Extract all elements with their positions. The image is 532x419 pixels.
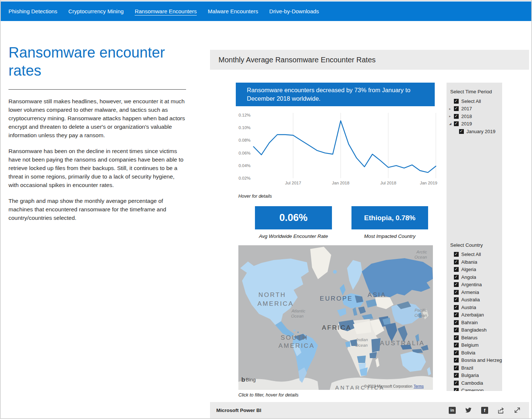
checkbox-checked[interactable] — [454, 343, 459, 347]
map-region-caribbean[interactable] — [297, 332, 299, 333]
filter-item-select-all[interactable]: Select All — [447, 251, 502, 259]
filter-item-cambodia[interactable]: Cambodia — [447, 379, 502, 387]
filter-item-bahrain[interactable]: Bahrain — [447, 319, 502, 326]
checkbox-checked[interactable] — [454, 297, 459, 302]
filter-item-angola[interactable]: Angola — [447, 273, 502, 281]
nav-tab-cryptocurrency-mining[interactable]: Cryptocurrency Mining — [69, 8, 124, 14]
filter-item-argentina[interactable]: Argentina — [447, 281, 502, 289]
map-copyright: © 2019 Microsoft Corporation — [364, 384, 412, 388]
checkbox-checked[interactable] — [454, 267, 459, 272]
checkbox-checked[interactable] — [454, 121, 459, 126]
insight-banner-text: Ransomware encounters decreased by 73% f… — [247, 86, 420, 103]
checkbox-checked[interactable] — [459, 129, 464, 134]
filter-item-cameroon[interactable]: Cameroon — [447, 387, 502, 391]
checkbox-checked[interactable] — [454, 282, 459, 287]
filter-item-label: Select All — [461, 252, 481, 257]
encounter-rate-line-chart[interactable]: Jul 2017Jan 2018Jul 2018Jan 20190.12%0.1… — [237, 111, 437, 189]
filter-item-armenia[interactable]: Armenia — [447, 288, 502, 296]
checkbox-checked[interactable] — [454, 252, 459, 257]
intro-column: Ransomware encounter rates Ransomware st… — [8, 44, 186, 222]
svg-text:0.10%: 0.10% — [238, 125, 251, 130]
filter-item-label: Bosnia and Herzeg — [461, 357, 502, 363]
filter-item-2018[interactable]: ▸2018 — [447, 112, 502, 120]
kpi-most-impacted-country: Ethiopia, 0.78% — [351, 206, 428, 229]
svg-text:0.02%: 0.02% — [238, 176, 251, 180]
filter-item-algeria[interactable]: Algeria — [447, 266, 502, 274]
filter-item-label: 2018 — [461, 114, 472, 119]
filter-item-brazil[interactable]: Brazil — [447, 364, 502, 372]
share-icon[interactable] — [497, 406, 505, 414]
map-region-angola[interactable] — [357, 356, 366, 363]
checkbox-checked[interactable] — [454, 320, 459, 325]
chart-hover-hint: Hover for details — [238, 194, 272, 199]
checkbox-checked[interactable] — [454, 106, 459, 111]
checkbox-checked[interactable] — [454, 275, 459, 280]
filter-item-january-2019[interactable]: January 2019 — [447, 128, 502, 135]
filter-item-select-all[interactable]: Select All — [447, 97, 502, 105]
map-label-australia: AUSTRALIA — [380, 340, 424, 347]
checkbox-checked[interactable] — [454, 114, 459, 119]
kpi-label: Avg Worldwide Encounter Rate — [255, 233, 332, 239]
checkbox-checked[interactable] — [454, 350, 459, 355]
map-region-caribbean[interactable] — [294, 330, 295, 332]
intro-paragraph: Ransomware has been on the decline in re… — [8, 147, 186, 189]
filter-item-azerbaijan[interactable]: Azerbaijan — [447, 311, 502, 319]
filter-item-albania[interactable]: Albania — [447, 258, 502, 266]
checkbox-checked[interactable] — [454, 335, 459, 340]
map-click-hint: Click to filter, hover for details — [238, 392, 298, 398]
filter-item-belgium[interactable]: Belgium — [447, 342, 502, 349]
filter-panel: Select Time Period Select All▸2017▸2018◢… — [447, 83, 502, 391]
expand-icon[interactable]: ▸ — [449, 107, 454, 111]
nav-tab-drive-by-downloads[interactable]: Drive-by-Downloads — [269, 8, 319, 14]
dashboard-page: Phishing DetectionsCryptocurrency Mining… — [0, 0, 532, 419]
map-label-arctic-ocean: Ocean — [414, 255, 427, 259]
bing-logo-icon: b — [241, 376, 245, 383]
intro-paragraph: Ransomware still makes headlines, howeve… — [8, 97, 186, 139]
checkbox-checked[interactable] — [454, 305, 459, 310]
checkbox-checked[interactable] — [454, 99, 459, 104]
map-terms-link[interactable]: Terms — [414, 384, 424, 388]
checkbox-checked[interactable] — [454, 381, 459, 385]
linkedin-icon[interactable]: in — [449, 407, 456, 414]
nav-tab-ransomware-encounters[interactable]: Ransomware Encounters — [135, 8, 197, 14]
filter-item-bangladesh[interactable]: Bangladesh — [447, 326, 502, 334]
checkbox-checked[interactable] — [454, 373, 459, 378]
filter-item-bolivia[interactable]: Bolivia — [447, 349, 502, 357]
line-chart-svg[interactable]: Jul 2017Jan 2018Jul 2018Jan 20190.12%0.1… — [237, 111, 437, 189]
facebook-icon[interactable]: f — [481, 407, 488, 414]
nav-tab-phishing-detections[interactable]: Phishing Detections — [8, 8, 57, 14]
page-title: Ransomware encounter rates — [8, 44, 186, 80]
expand-icon[interactable]: ▸ — [449, 114, 454, 118]
checkbox-checked[interactable] — [454, 358, 459, 363]
checkbox-checked[interactable] — [454, 312, 459, 317]
checkbox-checked[interactable] — [454, 328, 459, 332]
filter-item-label: Brazil — [461, 365, 473, 371]
filter-item-austria[interactable]: Austria — [447, 304, 502, 311]
collapse-icon[interactable]: ◢ — [449, 122, 454, 125]
fullscreen-icon[interactable] — [514, 406, 521, 414]
nav-tab-malware-encounters[interactable]: Malware Encounters — [208, 8, 258, 14]
time-period-filter-list: Select All▸2017▸2018◢2019January 2019 — [447, 97, 502, 135]
filter-item-label: Bulgaria — [461, 373, 479, 378]
filter-item-label: Armenia — [461, 290, 479, 295]
filter-item-bulgaria[interactable]: Bulgaria — [447, 372, 502, 380]
checkbox-checked[interactable] — [454, 366, 459, 370]
kpi-value: 0.06% — [279, 212, 308, 224]
filter-item-australia[interactable]: Australia — [447, 296, 502, 304]
map-label-arctic-ocean: Arctic — [416, 250, 427, 254]
filter-item-label: Cameroon — [461, 388, 484, 391]
filter-item-belarus[interactable]: Belarus — [447, 334, 502, 342]
filter-item-2017[interactable]: ▸2017 — [447, 105, 502, 113]
filter-item-2019[interactable]: ◢2019 — [447, 120, 502, 128]
map-label-atlantic-ocean: Atlantic — [291, 309, 305, 313]
world-map[interactable]: NORTH AMERICA SOUTH AMERICA EUROPE ASIA … — [238, 245, 433, 390]
map-label-pacific-ocean: Ocean — [414, 313, 427, 318]
map-label-africa: AFRICA — [322, 324, 351, 331]
map-region-ethiopia-kenya[interactable] — [371, 338, 381, 353]
checkbox-checked[interactable] — [454, 388, 459, 391]
twitter-icon[interactable] — [465, 407, 472, 413]
checkbox-checked[interactable] — [454, 260, 459, 264]
map-region-iceland[interactable] — [333, 270, 337, 274]
checkbox-checked[interactable] — [454, 290, 459, 295]
filter-item-bosnia-and-herzeg[interactable]: Bosnia and Herzeg — [447, 357, 502, 364]
